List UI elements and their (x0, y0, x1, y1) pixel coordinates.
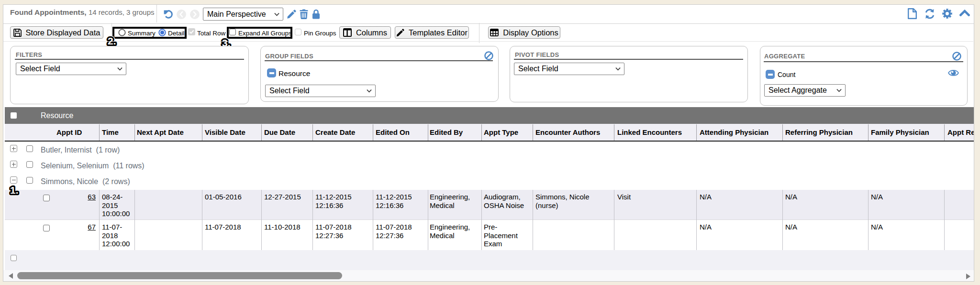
svg-text:1.: 1. (10, 185, 19, 196)
